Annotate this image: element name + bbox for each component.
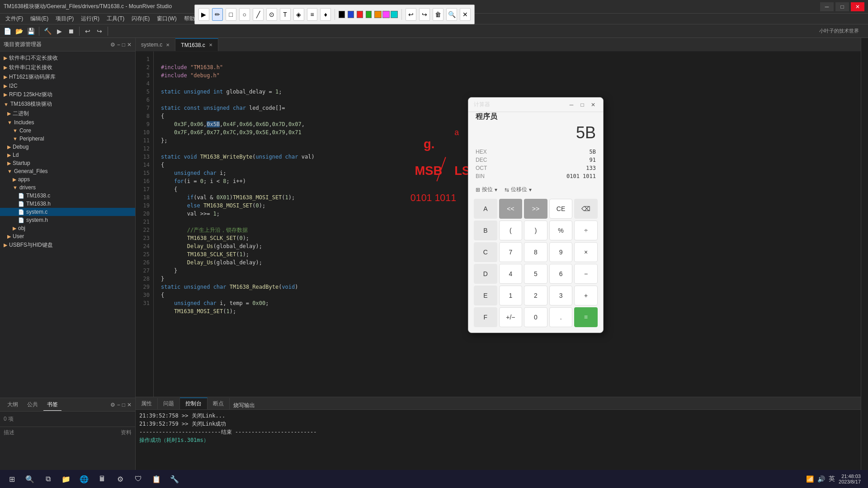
menu-edit[interactable]: 编辑(E)	[27, 15, 52, 23]
tab-outline[interactable]: 大纲	[4, 399, 22, 411]
tree-item-ht1621[interactable]: ▶HT1621驱动码屏库	[0, 72, 135, 82]
tab-systemc[interactable]: system.c ✕	[136, 38, 175, 51]
app2-button[interactable]: 📋	[148, 471, 165, 487]
line-tool[interactable]: ╱	[253, 8, 264, 21]
tab-systemc-close[interactable]: ✕	[166, 42, 170, 47]
tab-public[interactable]: 公共	[24, 399, 42, 411]
start-button[interactable]: ⊞	[4, 471, 20, 487]
circle-tool[interactable]: ⊙	[266, 8, 277, 21]
sidebar-icon-3[interactable]: □	[122, 42, 125, 48]
text-tool[interactable]: T	[280, 8, 291, 21]
menu-run[interactable]: 运行(R)	[77, 15, 103, 23]
calc-backspace[interactable]: ⌫	[574, 199, 598, 219]
calc-rparen[interactable]: )	[524, 221, 547, 240]
calc-9[interactable]: 9	[549, 242, 573, 262]
clock[interactable]: 21:48:03 2023/8/17	[839, 474, 861, 484]
stop-button[interactable]: ⏹	[66, 26, 76, 37]
color-orange[interactable]	[374, 11, 382, 18]
undo-button[interactable]: ↩	[82, 26, 93, 37]
build-button[interactable]: 🔨	[42, 26, 53, 37]
bottom-icon-1[interactable]: ⚙	[110, 402, 115, 408]
app3-button[interactable]: 🔧	[166, 471, 183, 487]
color-black[interactable]	[339, 11, 345, 18]
calc-D[interactable]: D	[474, 264, 497, 284]
tree-item-core[interactable]: ▼Core	[0, 127, 135, 135]
tab-tm1638c-close[interactable]: ✕	[209, 42, 212, 47]
calc-8[interactable]: 8	[524, 242, 547, 262]
calc-C[interactable]: C	[474, 242, 497, 262]
tree-item-includes[interactable]: ▼Includes	[0, 118, 135, 127]
calc-percent[interactable]: %	[549, 221, 573, 240]
bottom-icon-3[interactable]: □	[122, 402, 125, 408]
calc-lshift[interactable]: <<	[499, 199, 523, 219]
save-button[interactable]: 💾	[25, 26, 36, 37]
style-tool[interactable]: ≡	[307, 8, 318, 21]
calc-A[interactable]: A	[474, 199, 497, 219]
sidebar-icon-1[interactable]: ⚙	[110, 42, 115, 48]
tree-item-peripheral[interactable]: ▼Peripheral	[0, 135, 135, 143]
calc-multiply[interactable]: ×	[574, 242, 598, 262]
close-button[interactable]: ✕	[851, 2, 864, 11]
undo-draw[interactable]: ↩	[406, 8, 416, 21]
tree-item-serial1[interactable]: ▶软件串口不定长接收	[0, 53, 135, 63]
zoom-draw[interactable]: 🔍	[446, 8, 457, 21]
tab-bookmark[interactable]: 书签	[43, 399, 61, 411]
tree-item-usbfs[interactable]: ▶USBFS与HID键盘	[0, 240, 135, 250]
tree-item-ld[interactable]: ▶Ld	[0, 151, 135, 159]
color-magenta[interactable]	[382, 11, 390, 18]
settings-button[interactable]: ⚙	[112, 471, 128, 487]
calc-close[interactable]: ✕	[589, 100, 598, 109]
calc-7[interactable]: 7	[499, 242, 523, 262]
tree-item-i2c[interactable]: ▶I2C	[0, 82, 135, 90]
rect-tool[interactable]: □	[226, 8, 236, 21]
bitwise-option[interactable]: ⊞ 按位 ▾	[476, 186, 497, 193]
ellipse-tool[interactable]: ○	[239, 8, 250, 21]
calc-negate[interactable]: +/−	[499, 307, 523, 327]
menu-window[interactable]: 窗口(W)	[153, 15, 180, 23]
calc-E[interactable]: E	[474, 286, 497, 305]
open-button[interactable]: 📂	[14, 26, 24, 37]
new-button[interactable]: 📄	[2, 26, 13, 37]
redo-button[interactable]: ↪	[94, 26, 105, 37]
calc-4[interactable]: 4	[499, 264, 523, 284]
taskview-button[interactable]: ⧉	[40, 471, 56, 487]
tree-item-rfid[interactable]: ▶RFID 125kHz驱动	[0, 90, 135, 99]
shape-tool[interactable]: ♦	[320, 8, 331, 21]
calc-2[interactable]: 2	[524, 286, 547, 305]
select-tool[interactable]: ▶	[198, 8, 209, 21]
fill-tool[interactable]: ◈	[293, 8, 304, 21]
calc-equals[interactable]: =	[574, 307, 598, 327]
delete-draw[interactable]: 🗑	[433, 8, 443, 21]
tree-item-tm1638[interactable]: ▼TM1638模块驱动	[0, 99, 135, 109]
debug-button[interactable]: ▶	[54, 26, 65, 37]
calculator-taskbar[interactable]: 🖩	[94, 471, 110, 487]
calc-B[interactable]: B	[474, 221, 497, 240]
menu-file[interactable]: 文件(F)	[2, 15, 27, 23]
menu-project[interactable]: 项目(P)	[52, 15, 77, 23]
maximize-button[interactable]: □	[835, 2, 849, 11]
menu-tools[interactable]: 工具(T)	[103, 15, 128, 23]
tray-network[interactable]: 📶	[806, 475, 814, 483]
calc-F[interactable]: F	[474, 307, 497, 327]
tab-problems[interactable]: 问题	[158, 398, 180, 409]
close-draw[interactable]: ✕	[460, 8, 471, 21]
calc-divide[interactable]: ÷	[574, 221, 598, 240]
calc-decimal[interactable]: .	[549, 307, 573, 327]
color-green[interactable]	[366, 11, 372, 18]
calc-add[interactable]: +	[574, 286, 598, 305]
tray-volume[interactable]: 🔊	[817, 475, 825, 483]
color-blue[interactable]	[348, 11, 354, 18]
tree-item-tm1638c[interactable]: 📄TM1638.c	[0, 192, 135, 200]
tree-item-startup[interactable]: ▶Startup	[0, 159, 135, 167]
bottom-icon-4[interactable]: ✕	[127, 402, 132, 408]
tab-breakpoints[interactable]: 断点	[208, 398, 230, 409]
edge-button[interactable]: 🌐	[76, 471, 92, 487]
tray-lang[interactable]: 英	[829, 475, 835, 483]
calc-maximize[interactable]: □	[578, 100, 587, 109]
bottom-icon-2[interactable]: −	[117, 402, 120, 408]
calc-0[interactable]: 0	[524, 307, 547, 327]
pen-tool[interactable]: ✏	[212, 8, 223, 21]
tree-item-apps[interactable]: ▶apps	[0, 175, 135, 183]
app1-button[interactable]: 🛡	[130, 471, 146, 487]
explorer-button[interactable]: 📁	[58, 471, 74, 487]
